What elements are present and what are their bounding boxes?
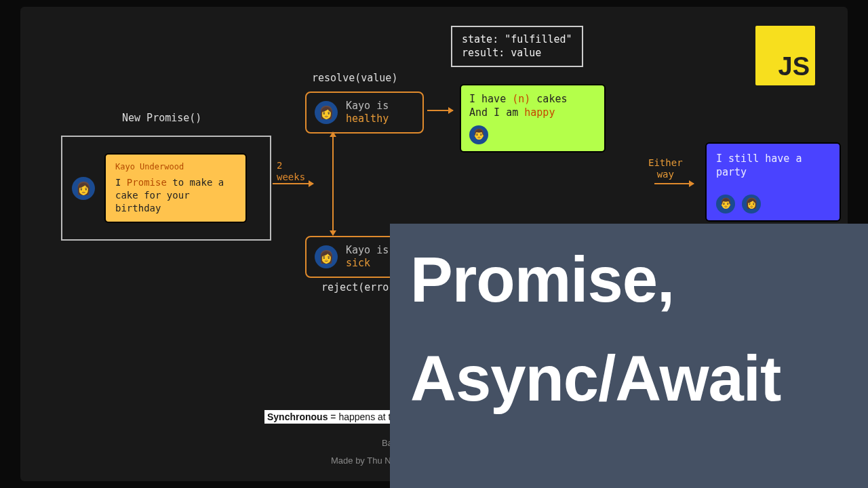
result-box: I have (n) cakes And I am happy 👨 (460, 84, 606, 152)
avatar-kayo-icon: 👩 (72, 177, 95, 200)
card-sick-prefix: Kayo is (346, 244, 389, 256)
overlay-title-card: Promise, Async/Await (390, 224, 868, 488)
result-l1c: cakes (530, 93, 567, 105)
js-logo: JS (755, 26, 815, 85)
result-l1b: (n) (512, 93, 530, 105)
state-fulfilled-box: state: "fulfilled" result: value (451, 26, 583, 67)
avatar-kayo-icon: 👩 (315, 245, 338, 268)
label-2-weeks: 2 weeks (277, 160, 305, 183)
branch-vline-icon (332, 132, 334, 235)
state-line2: result: value (462, 46, 572, 60)
label-2-weeks-l2: weeks (277, 171, 305, 183)
avatar-kayo-icon: 👩 (315, 101, 338, 124)
label-new-promise: New Promise() (122, 112, 201, 124)
speech-keyword: Promise (127, 177, 167, 188)
speech-author: Kayo Underwood (115, 161, 236, 172)
card-sick-value: sick (346, 257, 370, 269)
label-reject: reject(error) (321, 281, 401, 293)
party-box: I still have a party 👨 👩 (705, 142, 841, 222)
label-either-l1: Either (648, 157, 683, 169)
card-healthy-text: Kayo is healthy (346, 100, 389, 125)
state-line1: state: "fulfilled" (462, 33, 572, 46)
promise-speech-card: Kayo Underwood I Promise to make a cake … (104, 153, 247, 223)
label-either-way: Either way (648, 157, 683, 180)
speech-pre: I (115, 177, 127, 188)
avatar-person-icon: 👨 (716, 195, 735, 214)
result-l2a: And I am (469, 106, 524, 119)
overlay-line1: Promise, (410, 230, 858, 329)
overlay-line2: Async/Await (410, 329, 858, 428)
party-avatars: 👨 👩 (716, 195, 830, 214)
js-logo-text: JS (778, 52, 810, 81)
party-l1: I still have a (716, 152, 830, 165)
result-l1a: I have (469, 93, 512, 105)
result-line2: And I am happy (469, 106, 596, 119)
card-healthy-value: healthy (346, 113, 389, 125)
sync-bold: Synchronous (267, 411, 328, 422)
card-sick-text: Kayo is sick (346, 244, 389, 270)
label-either-l2: way (648, 169, 683, 180)
result-l2b: happy (524, 106, 555, 119)
avatar-person-icon: 👨 (469, 125, 488, 144)
new-promise-box: 👩 Kayo Underwood I Promise to make a cak… (61, 136, 271, 241)
arrow-icon (654, 183, 694, 184)
party-l2: party (716, 165, 830, 179)
arrow-icon (273, 183, 313, 184)
label-2-weeks-l1: 2 (277, 160, 305, 171)
result-line1: I have (n) cakes (469, 92, 596, 106)
label-resolve: resolve(value) (312, 72, 397, 84)
avatar-person-icon: 👩 (742, 195, 761, 214)
arrow-icon (427, 110, 453, 111)
card-healthy: 👩 Kayo is healthy (305, 92, 424, 134)
card-healthy-prefix: Kayo is (346, 100, 389, 112)
